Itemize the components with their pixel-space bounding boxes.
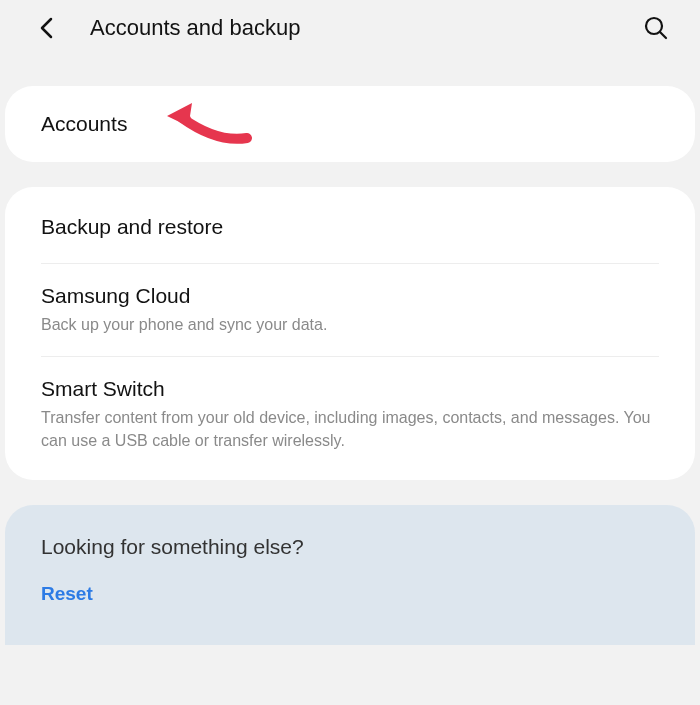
accounts-card: Accounts bbox=[5, 86, 695, 162]
backup-restore-item[interactable]: Backup and restore bbox=[5, 187, 695, 263]
search-icon[interactable] bbox=[642, 14, 670, 42]
smart-switch-subtitle: Transfer content from your old device, i… bbox=[41, 407, 659, 452]
suggestion-title: Looking for something else? bbox=[41, 535, 659, 559]
samsung-cloud-subtitle: Back up your phone and sync your data. bbox=[41, 314, 659, 336]
page-title: Accounts and backup bbox=[90, 15, 642, 41]
accounts-item[interactable]: Accounts bbox=[5, 86, 695, 162]
reset-link[interactable]: Reset bbox=[41, 583, 659, 605]
backup-restore-title: Backup and restore bbox=[41, 215, 659, 239]
header: Accounts and backup bbox=[0, 0, 700, 56]
smart-switch-item[interactable]: Smart Switch Transfer content from your … bbox=[5, 357, 695, 480]
accounts-title: Accounts bbox=[41, 112, 659, 136]
svg-line-1 bbox=[660, 32, 666, 38]
backup-card: Backup and restore Samsung Cloud Back up… bbox=[5, 187, 695, 480]
suggestion-card: Looking for something else? Reset bbox=[5, 505, 695, 645]
samsung-cloud-item[interactable]: Samsung Cloud Back up your phone and syn… bbox=[5, 264, 695, 356]
smart-switch-title: Smart Switch bbox=[41, 377, 659, 401]
back-icon[interactable] bbox=[36, 17, 58, 39]
samsung-cloud-title: Samsung Cloud bbox=[41, 284, 659, 308]
